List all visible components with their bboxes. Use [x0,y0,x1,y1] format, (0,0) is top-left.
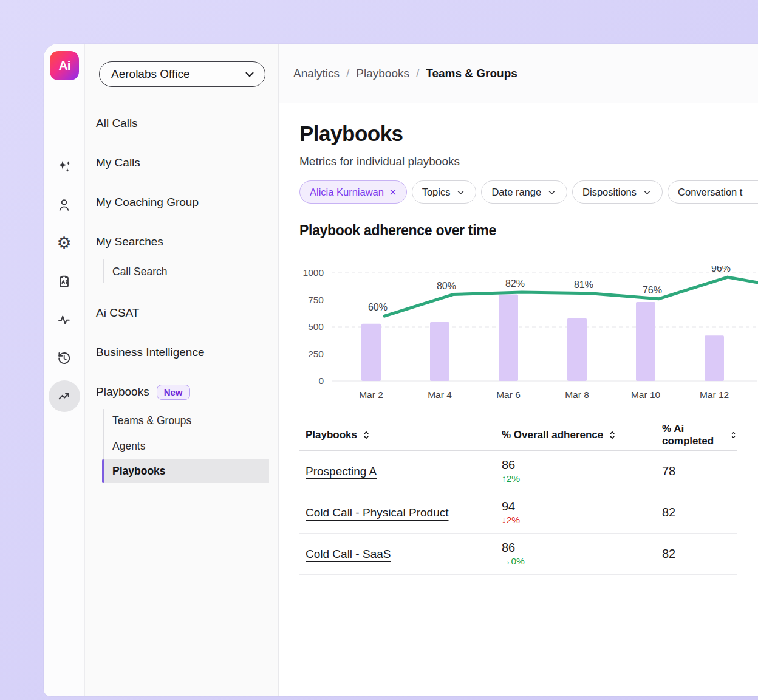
chart-point-label: 82% [505,278,525,289]
sidebar-item-all-calls[interactable]: All Calls [96,111,138,136]
page-content: Playbooks Metrics for individual playboo… [279,103,758,696]
chevron-down-icon [642,187,652,197]
adherence-value: 86 [502,458,662,472]
sidebar-item-call-search[interactable]: Call Search [112,261,167,283]
chart-bar [361,324,381,381]
chart-canvas: 02505007501000Mar 2Mar 4Mar 6Mar 8Mar 10… [299,266,758,408]
ai-completed-value: 78 [662,464,737,478]
adherence-delta: ↑2% [502,473,662,484]
sidebar: Aerolabs Office All Calls My Calls My Co… [85,44,279,696]
sidebar-item-agents[interactable]: Agents [112,435,145,457]
sidebar-item-my-searches[interactable]: My Searches [96,230,163,254]
adherence-value: 86 [502,541,662,555]
filter-dispositions[interactable]: Dispositions [572,180,663,204]
breadcrumb-separator: / [416,67,419,80]
chevron-down-icon [456,187,466,197]
workspace-selector[interactable]: Aerolabs Office [99,61,265,87]
filter-conversation-type-label: Conversation t [678,187,742,198]
sidebar-item-playbooks[interactable]: Playbooks New [96,380,190,404]
adherence-chart: 02505007501000Mar 2Mar 4Mar 6Mar 8Mar 10… [299,266,758,408]
breadcrumb: Analytics / Playbooks / Teams & Groups [279,44,758,103]
playbook-link[interactable]: Cold Call - Physical Product [306,506,448,520]
chart-point-label: 60% [368,302,388,312]
playbook-link[interactable]: Cold Call - SaaS [306,547,391,561]
chart-point-label: 76% [643,285,662,295]
chart-x-tick: Mar 8 [565,389,589,400]
adherence-delta: →0% [502,556,662,567]
ai-completed-value: 82 [662,506,737,520]
sparkles-icon[interactable] [52,154,77,179]
sidebar-item-ai-csat[interactable]: Ai CSAT [96,301,139,325]
trending-up-icon[interactable] [49,380,80,412]
filter-date-range-label: Date range [491,187,541,198]
chart-x-tick: Mar 12 [700,389,729,400]
chart-x-tick: Mar 4 [428,389,452,400]
chart-y-tick: 250 [308,349,324,359]
gear-icon[interactable]: ⚙ [52,231,77,255]
adherence-value: 94 [502,499,662,513]
filter-topics-label: Topics [422,187,451,198]
sidebar-item-playbooks-label: Playbooks [96,385,149,399]
ai-completed-value: 82 [662,547,737,561]
sidebar-item-my-coaching-group[interactable]: My Coaching Group [96,190,199,214]
table-row: Cold Call - SaaS 86 →0% 82 [299,534,737,575]
chart-bar [499,295,518,381]
chart-point-label: 81% [574,280,593,290]
sidebar-item-business-intelligence[interactable]: Business Intelligence [96,340,205,365]
sub-nav-rail [103,259,104,283]
filter-bar: Alicia Kurniawan × Topics Date range Dis… [299,180,758,204]
chevron-down-icon [243,67,256,81]
new-badge: New [157,385,190,400]
history-clock-icon[interactable] [52,346,77,370]
sort-icon [607,430,617,440]
table-row: Cold Call - Physical Product 94 ↓2% 82 [299,492,737,534]
sidebar-nav: All Calls My Calls My Coaching Group My … [85,103,278,696]
app-window: Ai ⚙ [44,44,758,696]
app-logo[interactable]: Ai [50,51,79,80]
desktop-background: Ai ⚙ [0,0,758,700]
filter-dispositions-label: Dispositions [582,187,637,198]
column-header-ai-completed[interactable]: % Ai completed [662,423,737,447]
breadcrumb-analytics[interactable]: Analytics [293,67,340,80]
person-icon[interactable] [52,193,77,217]
workspace-name: Aerolabs Office [111,67,190,81]
sort-icon [729,430,737,440]
chart-bar [430,322,449,381]
playbook-clipboard-icon[interactable] [52,269,77,293]
filter-chip-agent[interactable]: Alicia Kurniawan × [299,180,407,204]
filter-date-range[interactable]: Date range [481,180,567,204]
chart-bar [567,318,587,381]
playbooks-table: Playbooks % Overall adherence % Ai compl… [299,419,737,575]
main-area: Analytics / Playbooks / Teams & Groups P… [279,44,758,696]
chart-point-label: 80% [437,281,456,291]
chart-x-tick: Mar 10 [631,389,661,400]
chevron-down-icon [547,187,557,197]
column-header-playbooks[interactable]: Playbooks [306,429,502,441]
activity-pulse-icon[interactable] [52,307,77,332]
chart-bar [705,335,724,381]
adherence-delta: ↓2% [502,515,662,526]
close-icon[interactable]: × [389,186,397,198]
chart-bar [636,302,655,381]
chart-y-tick: 750 [308,295,324,305]
chart-x-tick: Mar 6 [496,389,521,400]
page-subtitle: Metrics for individual playbooks [299,155,460,168]
sidebar-item-teams-groups[interactable]: Teams & Groups [112,410,191,431]
chart-y-tick: 500 [308,321,324,332]
chart-y-tick: 1000 [303,267,324,278]
sort-icon [361,430,371,440]
chart-title: Playbook adherence over time [299,222,496,239]
column-header-overall-adherence[interactable]: % Overall adherence [502,429,662,441]
breadcrumb-current: Teams & Groups [426,67,517,80]
sidebar-item-my-calls[interactable]: My Calls [96,151,140,175]
sidebar-item-playbooks-child[interactable]: Playbooks [112,460,166,482]
workspace-header: Aerolabs Office [85,44,278,103]
icon-rail: Ai ⚙ [44,44,85,696]
table-header-row: Playbooks % Overall adherence % Ai compl… [299,419,737,451]
page-title: Playbooks [299,122,403,146]
breadcrumb-playbooks[interactable]: Playbooks [356,67,409,80]
filter-conversation-type[interactable]: Conversation t [668,180,758,204]
playbook-link[interactable]: Prospecting A [306,465,377,478]
filter-chip-agent-label: Alicia Kurniawan [310,187,384,198]
filter-topics[interactable]: Topics [412,180,477,204]
